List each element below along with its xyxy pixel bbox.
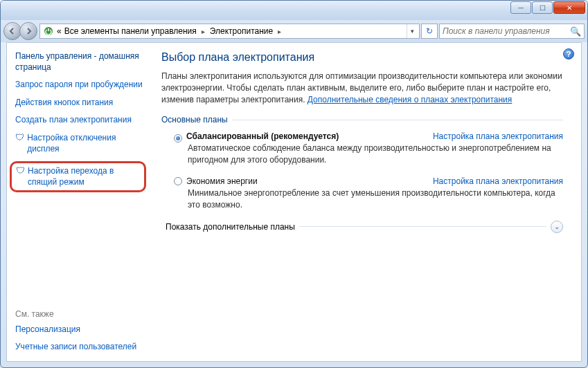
see-also-user-accounts[interactable]: Учетные записи пользователей xyxy=(15,342,143,353)
refresh-button[interactable]: ↻ xyxy=(421,24,438,39)
sidebar-link-displayoff[interactable]: 🛡 Настройка отключения дисплея xyxy=(15,133,143,154)
sidebar-item-label: Настройка отключения дисплея xyxy=(27,133,143,154)
sidebar: Панель управления - домашняя страница За… xyxy=(7,43,149,361)
plan-radio-energysaver[interactable] xyxy=(174,177,182,185)
breadcrumb-parent[interactable]: Все элементы панели управления xyxy=(64,26,197,36)
see-also-personalization[interactable]: Персонализация xyxy=(15,324,143,335)
search-input[interactable] xyxy=(443,26,570,36)
shield-icon: 🛡 xyxy=(15,133,24,142)
sidebar-see-also: См. также Персонализация Учетные записи … xyxy=(15,268,143,353)
plan-name: Сбалансированный (рекомендуется) xyxy=(186,131,339,141)
page-description-link[interactable]: Дополнительные сведения о планах электро… xyxy=(308,95,512,104)
body-area: Панель управления - домашняя страница За… xyxy=(6,42,582,362)
sidebar-link-powerbuttons[interactable]: Действия кнопок питания xyxy=(15,98,143,109)
plan-radio-balanced[interactable] xyxy=(174,134,182,142)
group-rule xyxy=(299,226,546,227)
shield-icon: 🛡 xyxy=(16,166,25,176)
plan-settings-link[interactable]: Настройка плана электропитания xyxy=(433,131,563,141)
power-options-icon xyxy=(43,26,54,37)
chevron-down-icon: ⌄ xyxy=(554,223,560,230)
plan-header: Экономия энергии Настройка плана электро… xyxy=(174,176,563,186)
sidebar-item-label: Настройка перехода в спящий режим xyxy=(28,166,140,187)
sidebar-home-link[interactable]: Панель управления - домашняя страница xyxy=(15,51,143,73)
address-bar-row: « Все элементы панели управления ▸ Элект… xyxy=(1,20,587,42)
show-additional-plans[interactable]: Показать дополнительные планы ⌄ xyxy=(166,221,563,233)
power-plan-energysaver: Экономия энергии Настройка плана электро… xyxy=(174,176,563,211)
minimize-button[interactable]: ─ xyxy=(510,1,531,14)
titlebar: ─ ☐ ✕ xyxy=(1,1,587,20)
breadcrumb-prefix: « xyxy=(57,26,62,36)
forward-button[interactable] xyxy=(19,22,37,40)
main-content: ? Выбор плана электропитания Планы элект… xyxy=(149,43,581,361)
group-rule xyxy=(232,120,563,120)
search-icon: 🔍 xyxy=(570,26,581,37)
sidebar-link-wakepassword[interactable]: Запрос пароля при пробуждении xyxy=(15,80,143,91)
plan-settings-link[interactable]: Настройка плана электропитания xyxy=(433,176,563,186)
group-label-text: Основные планы xyxy=(161,115,228,125)
plan-header: Сбалансированный (рекомендуется) Настрой… xyxy=(174,131,563,141)
back-arrow-icon xyxy=(8,27,17,35)
maximize-button[interactable]: ☐ xyxy=(532,1,553,14)
see-also-heading: См. также xyxy=(15,309,143,319)
address-box[interactable]: « Все элементы панели управления ▸ Элект… xyxy=(39,24,420,39)
nav-buttons xyxy=(3,22,35,40)
address-dropdown-button[interactable]: ▾ xyxy=(407,24,418,38)
show-more-label: Показать дополнительные планы xyxy=(166,222,295,232)
help-button[interactable]: ? xyxy=(563,48,574,59)
plan-description: Минимальное энергопотребление за счет ум… xyxy=(188,187,563,211)
plan-name: Экономия энергии xyxy=(186,176,258,186)
control-panel-window: ─ ☐ ✕ « Все элементы панели управления ▸… xyxy=(0,0,588,368)
sidebar-highlighted-item: 🛡 Настройка перехода в спящий режим xyxy=(10,161,146,192)
refresh-icon: ↻ xyxy=(426,26,433,36)
expander-button[interactable]: ⌄ xyxy=(551,221,563,233)
page-description: Планы электропитания используются для оп… xyxy=(161,71,563,105)
page-title: Выбор плана электропитания xyxy=(161,51,563,64)
close-button[interactable]: ✕ xyxy=(553,1,585,14)
group-main-plans: Основные планы xyxy=(161,115,563,125)
breadcrumb-separator-icon: ▸ xyxy=(276,28,283,35)
sidebar-link-createplan[interactable]: Создать план электропитания xyxy=(15,115,143,126)
breadcrumb-separator-icon: ▸ xyxy=(199,28,207,35)
plan-description: Автоматическое соблюдение баланса между … xyxy=(188,142,563,166)
sidebar-link-sleep[interactable]: 🛡 Настройка перехода в спящий режим xyxy=(16,166,140,187)
power-plan-balanced: Сбалансированный (рекомендуется) Настрой… xyxy=(174,131,563,166)
breadcrumb-current[interactable]: Электропитание xyxy=(210,26,273,36)
search-box[interactable]: 🔍 xyxy=(439,24,585,39)
forward-arrow-icon xyxy=(24,27,33,35)
